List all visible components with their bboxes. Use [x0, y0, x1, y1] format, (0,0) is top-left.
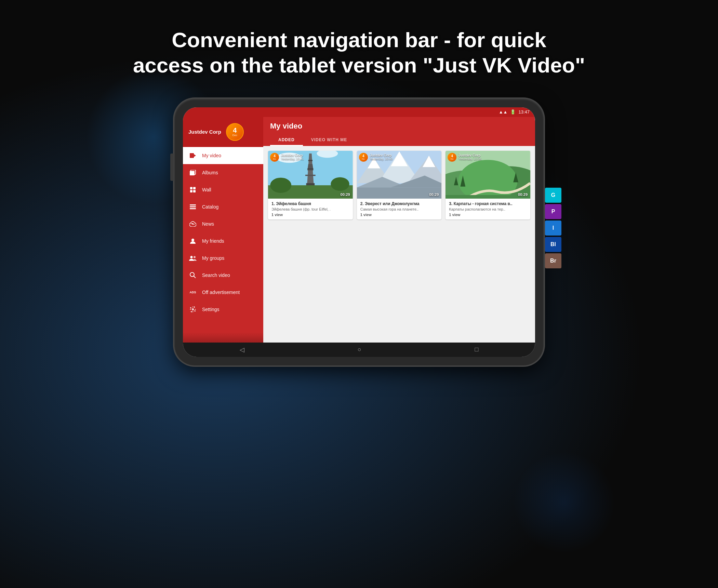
off-advertisement-icon: ADS: [189, 289, 197, 296]
right-tab-p[interactable]: P: [545, 204, 561, 219]
video-views-2: 1 view: [360, 213, 438, 217]
wall-icon: [189, 186, 197, 193]
video-duration-2: 00:29: [429, 192, 439, 197]
svg-rect-7: [190, 190, 192, 192]
albums-icon: [189, 169, 197, 176]
avatar: 4 Dec: [226, 123, 244, 141]
sidebar-label-my-video: My video: [202, 153, 221, 158]
sidebar-item-news[interactable]: News: [183, 215, 263, 232]
news-icon: [189, 220, 197, 228]
video-desc-1: Эйфелева башня (фр. tour Eiffel, .: [271, 207, 349, 211]
svg-point-13: [191, 239, 194, 241]
svg-rect-0: [190, 153, 194, 158]
tabs-bar: ADDED VIDEO WITH ME: [270, 135, 528, 146]
video-title-2: 2. Эверест или Джомолунгма: [360, 201, 438, 207]
app-body: Justdev Corp 4 Dec: [183, 117, 535, 343]
video-thumbnail-2: 4 Dec Justdev Corp Yesterday, 10:40 00:2…: [357, 151, 442, 199]
video-desc-2: Самая высокая гора на планете..: [360, 207, 438, 211]
svg-rect-9: [190, 204, 196, 205]
tab-added[interactable]: ADDED: [270, 135, 303, 146]
bottom-nav: ◁ ○ □: [183, 343, 535, 357]
video-info-2: 2. Эверест или Джомолунгма Самая высокая…: [357, 199, 442, 220]
sidebar-label-search-video: Search video: [202, 272, 230, 278]
video-user-name-1: Justdev Corp: [281, 153, 304, 157]
sidebar-item-albums[interactable]: Albums: [183, 164, 263, 181]
right-tab-i[interactable]: I: [545, 220, 561, 236]
back-button[interactable]: ◁: [240, 346, 244, 353]
sidebar-header: Justdev Corp 4 Dec: [183, 117, 263, 147]
video-date-2: Yesterday, 10:40: [370, 157, 393, 161]
sidebar-item-wall[interactable]: Wall: [183, 181, 263, 198]
svg-point-14: [190, 256, 193, 258]
headline: Convenient navigation bar - for quick ac…: [133, 27, 585, 78]
main-content: My video ADDED VIDEO WITH ME: [263, 117, 535, 343]
svg-rect-29: [305, 175, 316, 176]
right-tab-g[interactable]: G: [545, 188, 561, 203]
video-card-2[interactable]: 4 Dec Justdev Corp Yesterday, 10:40 00:2…: [357, 151, 442, 220]
status-bar: ▲▲ 🔋 13:47: [183, 107, 535, 117]
sidebar-item-off-advertisement[interactable]: ADS Off advertisement: [183, 284, 263, 301]
sidebar-item-my-groups[interactable]: My groups: [183, 250, 263, 267]
sidebar-item-settings[interactable]: Settings: [183, 301, 263, 318]
svg-marker-1: [194, 154, 196, 157]
video-user-info-1: Justdev Corp Yesterday, 10:41: [281, 153, 304, 161]
video-duration-3: 00:29: [518, 192, 528, 197]
svg-point-22: [270, 177, 291, 193]
svg-rect-47: [446, 195, 530, 199]
video-meta-3: 4 Dec Justdev Corp Yesterday, 10:36: [448, 153, 481, 162]
video-duration-1: 00:29: [341, 192, 350, 197]
sidebar-label-my-groups: My groups: [202, 255, 224, 261]
svg-rect-5: [190, 187, 192, 189]
right-tabs: G P I Bl Br: [545, 188, 561, 268]
sidebar-label-wall: Wall: [202, 187, 211, 192]
sidebar-item-my-video[interactable]: My video: [183, 147, 263, 164]
tablet-container: ▲▲ 🔋 13:47 Justdev Corp 4 Dec: [174, 99, 544, 365]
sidebar-item-my-friends[interactable]: My friends: [183, 232, 263, 250]
video-card-3[interactable]: 4 Dec Justdev Corp Yesterday, 10:36 00:2…: [446, 151, 530, 220]
main-header: My video ADDED VIDEO WITH ME: [263, 117, 535, 146]
recent-button[interactable]: □: [475, 346, 478, 353]
avatar-number: 4: [233, 127, 237, 134]
sidebar-username: Justdev Corp: [188, 129, 221, 135]
svg-rect-28: [308, 160, 313, 161]
my-groups-icon: [189, 254, 197, 262]
avatar-month: Dec: [232, 134, 237, 137]
video-card-1[interactable]: 4 Dec Justdev Corp Yesterday, 10:41 00:2…: [268, 151, 353, 220]
status-time: 13:47: [518, 109, 530, 115]
video-user-info-3: Justdev Corp Yesterday, 10:36: [458, 153, 481, 161]
svg-rect-3: [191, 170, 196, 174]
right-tab-br[interactable]: Br: [545, 253, 561, 268]
sidebar-item-search-video[interactable]: Search video: [183, 267, 263, 284]
svg-rect-26: [306, 183, 315, 185]
sidebar-nav: My video Albums: [183, 147, 263, 332]
svg-point-12: [192, 223, 194, 225]
main-title: My video: [270, 122, 528, 131]
catalog-icon: [189, 203, 197, 211]
headline-line1: Convenient navigation bar - for quick: [133, 27, 585, 53]
tab-video-with-me[interactable]: VIDEO WITH ME: [303, 135, 356, 146]
video-avatar-2: 4 Dec: [359, 153, 368, 162]
svg-point-23: [331, 177, 349, 191]
video-info-1: 1. Эйфелева башня Эйфелева башня (фр. to…: [268, 199, 353, 220]
video-user-name-2: Justdev Corp: [370, 153, 393, 157]
video-title-3: 3. Карпаты - горная система в..: [449, 201, 527, 207]
sidebar-item-catalog[interactable]: Catalog: [183, 198, 263, 215]
video-user-info-2: Justdev Corp Yesterday, 10:40: [370, 153, 393, 161]
home-button[interactable]: ○: [358, 346, 361, 353]
video-meta-2: 4 Dec Justdev Corp Yesterday, 10:40: [359, 153, 393, 162]
right-tab-bl[interactable]: Bl: [545, 237, 561, 252]
sidebar-label-news: News: [202, 221, 214, 227]
video-desc-3: Карпаты располагаются на тер..: [449, 207, 527, 211]
svg-rect-10: [190, 206, 196, 207]
videos-section: 4 Dec Justdev Corp Yesterday, 10:41 00:2…: [263, 146, 535, 343]
video-date-1: Yesterday, 10:41: [281, 157, 304, 161]
video-user-name-3: Justdev Corp: [458, 153, 481, 157]
video-thumbnail-3: 4 Dec Justdev Corp Yesterday, 10:36 00:2…: [446, 151, 530, 199]
svg-rect-11: [190, 208, 196, 209]
video-title-1: 1. Эйфелева башня: [271, 201, 349, 207]
svg-point-15: [194, 256, 196, 258]
settings-icon: [189, 306, 197, 313]
search-video-icon: [189, 271, 197, 279]
video-avatar-3: 4 Dec: [448, 153, 456, 162]
wifi-icon: ▲▲: [499, 109, 508, 115]
